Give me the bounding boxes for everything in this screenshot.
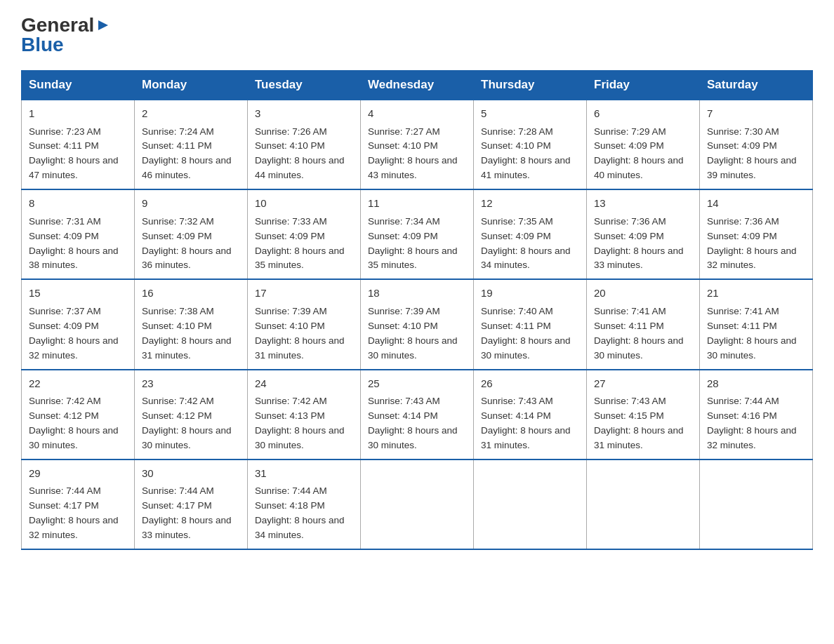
day-number: 18	[368, 286, 466, 302]
day-header-friday: Friday	[587, 71, 700, 100]
day-header-sunday: Sunday	[22, 71, 135, 100]
day-number: 23	[142, 376, 240, 392]
day-number: 20	[594, 286, 692, 302]
calendar-cell: 28 Sunrise: 7:44 AMSunset: 4:16 PMDaylig…	[700, 370, 813, 459]
calendar-week-row: 8 Sunrise: 7:31 AMSunset: 4:09 PMDayligh…	[22, 189, 813, 279]
calendar-cell	[587, 459, 700, 549]
calendar-week-row: 15 Sunrise: 7:37 AMSunset: 4:09 PMDaylig…	[22, 279, 813, 369]
day-number: 24	[255, 376, 353, 392]
cell-content: Sunrise: 7:43 AMSunset: 4:14 PMDaylight:…	[368, 396, 458, 450]
cell-content: Sunrise: 7:42 AMSunset: 4:12 PMDaylight:…	[29, 396, 119, 450]
calendar-cell: 24 Sunrise: 7:42 AMSunset: 4:13 PMDaylig…	[248, 370, 361, 459]
day-number: 11	[368, 196, 466, 212]
cell-content: Sunrise: 7:33 AMSunset: 4:09 PMDaylight:…	[255, 216, 345, 271]
calendar-cell: 8 Sunrise: 7:31 AMSunset: 4:09 PMDayligh…	[22, 189, 135, 279]
cell-content: Sunrise: 7:41 AMSunset: 4:11 PMDaylight:…	[594, 306, 684, 361]
logo-triangle-icon	[97, 14, 110, 36]
day-number: 8	[29, 196, 127, 212]
day-number: 19	[481, 286, 579, 302]
calendar-cell: 18 Sunrise: 7:39 AMSunset: 4:10 PMDaylig…	[361, 279, 474, 369]
day-number: 4	[368, 106, 466, 122]
calendar-cell: 21 Sunrise: 7:41 AMSunset: 4:11 PMDaylig…	[700, 279, 813, 369]
cell-content: Sunrise: 7:23 AMSunset: 4:11 PMDaylight:…	[29, 126, 119, 181]
calendar-cell: 9 Sunrise: 7:32 AMSunset: 4:09 PMDayligh…	[135, 189, 248, 279]
cell-content: Sunrise: 7:28 AMSunset: 4:10 PMDaylight:…	[481, 126, 571, 181]
cell-content: Sunrise: 7:29 AMSunset: 4:09 PMDaylight:…	[594, 126, 684, 181]
day-header-tuesday: Tuesday	[248, 71, 361, 100]
day-number: 9	[142, 196, 240, 212]
calendar-cell: 5 Sunrise: 7:28 AMSunset: 4:10 PMDayligh…	[474, 100, 587, 189]
day-number: 13	[594, 196, 692, 212]
calendar-cell: 26 Sunrise: 7:43 AMSunset: 4:14 PMDaylig…	[474, 370, 587, 459]
day-number: 14	[707, 196, 805, 212]
day-number: 5	[481, 106, 579, 122]
cell-content: Sunrise: 7:42 AMSunset: 4:12 PMDaylight:…	[142, 396, 232, 450]
cell-content: Sunrise: 7:39 AMSunset: 4:10 PMDaylight:…	[255, 306, 345, 361]
day-number: 12	[481, 196, 579, 212]
calendar-cell: 11 Sunrise: 7:34 AMSunset: 4:09 PMDaylig…	[361, 189, 474, 279]
cell-content: Sunrise: 7:36 AMSunset: 4:09 PMDaylight:…	[594, 216, 684, 271]
day-number: 6	[594, 106, 692, 122]
day-number: 1	[29, 106, 127, 122]
day-header-saturday: Saturday	[700, 71, 813, 100]
logo: General Blue	[21, 14, 110, 56]
cell-content: Sunrise: 7:40 AMSunset: 4:11 PMDaylight:…	[481, 306, 571, 361]
day-number: 16	[142, 286, 240, 302]
cell-content: Sunrise: 7:32 AMSunset: 4:09 PMDaylight:…	[142, 216, 232, 271]
calendar-cell: 19 Sunrise: 7:40 AMSunset: 4:11 PMDaylig…	[474, 279, 587, 369]
calendar-cell: 6 Sunrise: 7:29 AMSunset: 4:09 PMDayligh…	[587, 100, 700, 189]
day-header-wednesday: Wednesday	[361, 71, 474, 100]
calendar-cell: 3 Sunrise: 7:26 AMSunset: 4:10 PMDayligh…	[248, 100, 361, 189]
cell-content: Sunrise: 7:43 AMSunset: 4:15 PMDaylight:…	[594, 396, 684, 450]
calendar-cell: 22 Sunrise: 7:42 AMSunset: 4:12 PMDaylig…	[22, 370, 135, 459]
calendar-cell: 12 Sunrise: 7:35 AMSunset: 4:09 PMDaylig…	[474, 189, 587, 279]
calendar-cell: 31 Sunrise: 7:44 AMSunset: 4:18 PMDaylig…	[248, 459, 361, 549]
day-header-monday: Monday	[135, 71, 248, 100]
day-number: 26	[481, 376, 579, 392]
cell-content: Sunrise: 7:44 AMSunset: 4:17 PMDaylight:…	[29, 485, 119, 540]
calendar-cell: 4 Sunrise: 7:27 AMSunset: 4:10 PMDayligh…	[361, 100, 474, 189]
day-number: 3	[255, 106, 353, 122]
day-header-thursday: Thursday	[474, 71, 587, 100]
day-number: 2	[142, 106, 240, 122]
svg-marker-0	[98, 20, 108, 30]
calendar-cell	[474, 459, 587, 549]
day-number: 28	[707, 376, 805, 392]
cell-content: Sunrise: 7:27 AMSunset: 4:10 PMDaylight:…	[368, 126, 458, 181]
day-number: 22	[29, 376, 127, 392]
calendar-cell: 29 Sunrise: 7:44 AMSunset: 4:17 PMDaylig…	[22, 459, 135, 549]
calendar-week-row: 1 Sunrise: 7:23 AMSunset: 4:11 PMDayligh…	[22, 100, 813, 189]
calendar-cell: 17 Sunrise: 7:39 AMSunset: 4:10 PMDaylig…	[248, 279, 361, 369]
cell-content: Sunrise: 7:44 AMSunset: 4:18 PMDaylight:…	[255, 485, 345, 540]
calendar-cell: 1 Sunrise: 7:23 AMSunset: 4:11 PMDayligh…	[22, 100, 135, 189]
calendar-table: SundayMondayTuesdayWednesdayThursdayFrid…	[21, 70, 813, 550]
calendar-cell: 10 Sunrise: 7:33 AMSunset: 4:09 PMDaylig…	[248, 189, 361, 279]
calendar-cell: 30 Sunrise: 7:44 AMSunset: 4:17 PMDaylig…	[135, 459, 248, 549]
cell-content: Sunrise: 7:44 AMSunset: 4:17 PMDaylight:…	[142, 485, 232, 540]
day-number: 7	[707, 106, 805, 122]
page-header: General Blue	[21, 14, 813, 56]
cell-content: Sunrise: 7:24 AMSunset: 4:11 PMDaylight:…	[142, 126, 232, 181]
cell-content: Sunrise: 7:30 AMSunset: 4:09 PMDaylight:…	[707, 126, 797, 181]
day-number: 31	[255, 466, 353, 482]
day-number: 17	[255, 286, 353, 302]
day-number: 27	[594, 376, 692, 392]
day-number: 30	[142, 466, 240, 482]
calendar-cell: 23 Sunrise: 7:42 AMSunset: 4:12 PMDaylig…	[135, 370, 248, 459]
cell-content: Sunrise: 7:44 AMSunset: 4:16 PMDaylight:…	[707, 396, 797, 450]
cell-content: Sunrise: 7:43 AMSunset: 4:14 PMDaylight:…	[481, 396, 571, 450]
calendar-header-row: SundayMondayTuesdayWednesdayThursdayFrid…	[22, 71, 813, 100]
day-number: 15	[29, 286, 127, 302]
day-number: 10	[255, 196, 353, 212]
cell-content: Sunrise: 7:42 AMSunset: 4:13 PMDaylight:…	[255, 396, 345, 450]
calendar-cell: 16 Sunrise: 7:38 AMSunset: 4:10 PMDaylig…	[135, 279, 248, 369]
cell-content: Sunrise: 7:38 AMSunset: 4:10 PMDaylight:…	[142, 306, 232, 361]
calendar-cell: 25 Sunrise: 7:43 AMSunset: 4:14 PMDaylig…	[361, 370, 474, 459]
calendar-cell: 15 Sunrise: 7:37 AMSunset: 4:09 PMDaylig…	[22, 279, 135, 369]
calendar-cell: 14 Sunrise: 7:36 AMSunset: 4:09 PMDaylig…	[700, 189, 813, 279]
cell-content: Sunrise: 7:31 AMSunset: 4:09 PMDaylight:…	[29, 216, 119, 271]
logo-blue-text: Blue	[21, 34, 64, 56]
calendar-cell: 2 Sunrise: 7:24 AMSunset: 4:11 PMDayligh…	[135, 100, 248, 189]
calendar-cell: 7 Sunrise: 7:30 AMSunset: 4:09 PMDayligh…	[700, 100, 813, 189]
cell-content: Sunrise: 7:41 AMSunset: 4:11 PMDaylight:…	[707, 306, 797, 361]
